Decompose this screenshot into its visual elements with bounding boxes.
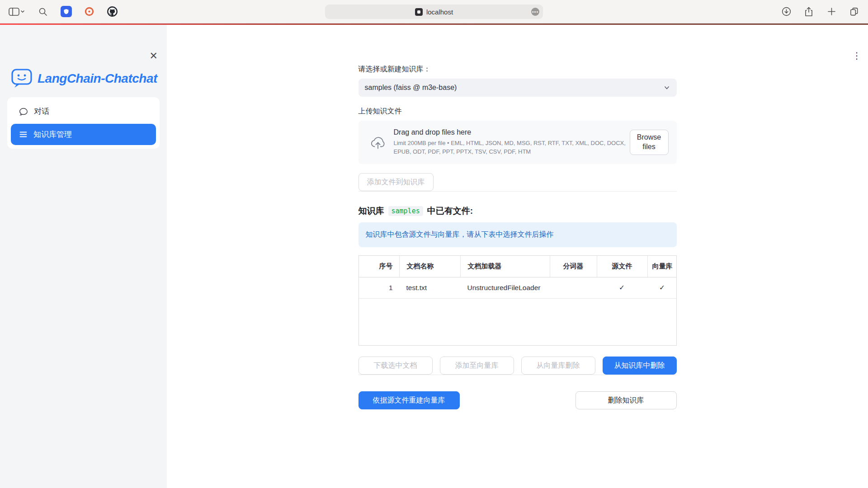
extension-ring-icon[interactable]	[84, 6, 95, 17]
browse-files-button[interactable]: Browse files	[630, 130, 669, 155]
site-favicon	[415, 8, 423, 16]
remove-from-vectorstore-button[interactable]: 从向量库删除	[521, 357, 595, 375]
col-header-splitter: 分词器	[550, 256, 597, 277]
main-area: ⋮ 请选择或新建知识库： samples (faiss @ m3e-base) …	[167, 25, 868, 488]
logo-text: LangChain-Chatchat	[38, 71, 157, 86]
kb-name-code: samples	[388, 206, 423, 216]
address-extensions-icon[interactable]: •••	[531, 8, 539, 16]
app-body: ✕ LangChain-Chatchat 对话	[0, 25, 868, 488]
app-logo: LangChain-Chatchat	[11, 68, 167, 89]
sidebar: ✕ LangChain-Chatchat 对话	[0, 25, 167, 488]
toolbar-right-group	[780, 6, 860, 18]
uploader-texts: Drag and drop files here Limit 200MB per…	[394, 128, 630, 156]
uploader-drag-text: Drag and drop files here	[394, 128, 630, 136]
upload-label: 上传知识文件	[359, 107, 677, 116]
kb-heading-suffix: 中已有文件:	[427, 205, 473, 217]
sidebar-close-icon[interactable]: ✕	[150, 51, 158, 61]
col-header-vectorstore: 向量库	[647, 256, 677, 277]
chat-logo-icon	[11, 68, 33, 89]
col-header-loader: 文档加载器	[460, 256, 550, 277]
delete-from-kb-button[interactable]: 从知识库中删除	[603, 357, 677, 375]
kb-select[interactable]: samples (faiss @ m3e-base)	[359, 79, 677, 97]
sidebar-menu: 对话 知识库管理	[7, 97, 160, 149]
browser-window: localhost •••	[0, 0, 868, 488]
cell-index: 1	[359, 277, 399, 298]
sidebar-item-label: 对话	[34, 106, 49, 117]
cell-docname: test.txt	[399, 277, 460, 298]
add-files-to-kb-button[interactable]: 添加文件到知识库	[359, 173, 434, 191]
extension-github-icon[interactable]	[107, 6, 118, 17]
delete-kb-button[interactable]: 删除知识库	[576, 391, 677, 409]
cell-sourcefile-check: ✓	[597, 277, 647, 298]
search-icon[interactable]	[37, 6, 49, 18]
cell-loader: UnstructuredFileLoader	[460, 277, 550, 298]
cell-vectorstore-check: ✓	[647, 277, 677, 298]
browser-toolbar: localhost •••	[0, 0, 868, 23]
sidebar-toggle-icon[interactable]	[8, 6, 25, 18]
download-selected-button[interactable]: 下载选中文档	[359, 357, 433, 375]
kb-files-table[interactable]: 序号 文档名称 文档加载器 分词器 源文件 向量库 1 test.txt Uns…	[359, 255, 677, 346]
kb-list-icon	[19, 130, 28, 139]
kb-select-value: samples (faiss @ m3e-base)	[365, 84, 663, 92]
chat-bubble-icon	[19, 107, 28, 116]
sidebar-item-dialogue[interactable]: 对话	[11, 101, 156, 122]
sidebar-item-label: 知识库管理	[33, 129, 72, 140]
table-action-buttons: 下载选中文档 添加至向量库 从向量库删除 从知识库中删除	[359, 357, 677, 375]
streamlit-menu-icon[interactable]: ⋮	[852, 51, 861, 60]
kb-select-label: 请选择或新建知识库：	[359, 65, 677, 74]
add-to-vectorstore-button[interactable]: 添加至向量库	[440, 357, 514, 375]
table-row[interactable]: 1 test.txt UnstructuredFileLoader ✓ ✓	[359, 277, 676, 299]
tab-overview-icon[interactable]	[848, 6, 860, 18]
content-column: 请选择或新建知识库： samples (faiss @ m3e-base) 上传…	[359, 25, 677, 409]
extension-shield-icon[interactable]	[61, 6, 72, 17]
col-header-docname: 文档名称	[399, 256, 460, 277]
cloud-upload-icon	[370, 136, 386, 149]
table-header-row: 序号 文档名称 文档加载器 分词器 源文件 向量库	[359, 256, 676, 277]
chevron-down-icon	[663, 84, 670, 91]
address-bar[interactable]: localhost •••	[325, 5, 543, 19]
col-header-sourcefile: 源文件	[597, 256, 647, 277]
kb-files-heading: 知识库 samples 中已有文件:	[359, 205, 677, 217]
address-url: localhost	[426, 8, 453, 16]
cell-splitter	[550, 277, 597, 298]
divider	[359, 191, 677, 192]
toolbar-left-group	[8, 6, 118, 18]
col-header-index: 序号	[359, 256, 399, 277]
kb-bottom-buttons: 依据源文件重建向量库 删除知识库	[359, 391, 677, 409]
file-uploader-dropzone[interactable]: Drag and drop files here Limit 200MB per…	[359, 121, 677, 164]
info-alert: 知识库中包含源文件与向量库，请从下表中选择文件后操作	[359, 222, 677, 247]
downloads-icon[interactable]	[780, 6, 792, 18]
rebuild-vectorstore-button[interactable]: 依据源文件重建向量库	[359, 391, 460, 409]
divider	[359, 375, 677, 375]
kb-heading-prefix: 知识库	[359, 205, 384, 217]
sidebar-item-kb-management[interactable]: 知识库管理	[11, 124, 156, 145]
share-icon[interactable]	[803, 6, 815, 18]
uploader-limit-text: Limit 200MB per file • EML, HTML, JSON, …	[394, 139, 630, 156]
new-tab-icon[interactable]	[826, 6, 837, 18]
